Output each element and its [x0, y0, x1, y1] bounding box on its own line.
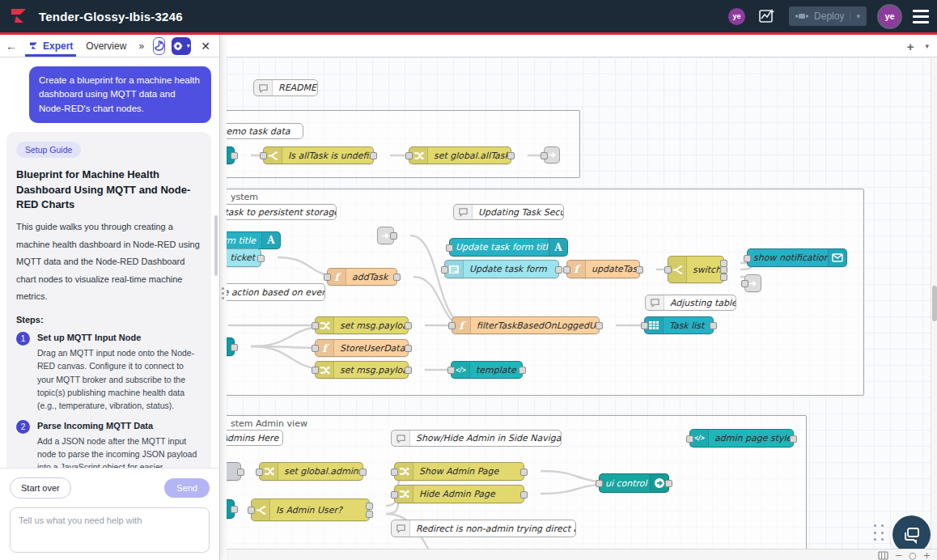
output-port[interactable] — [636, 266, 643, 274]
close-panel-button[interactable]: ✕ — [197, 40, 214, 53]
stub-inject-3[interactable] — [227, 499, 235, 519]
output-port[interactable] — [231, 152, 238, 159]
function-updatetask[interactable]: fupdateTask — [566, 260, 640, 278]
input-port[interactable] — [391, 491, 398, 498]
change-set-msg-payload-1[interactable]: set msg.payload — [315, 316, 409, 334]
deploy-button[interactable]: Deploy ▾ — [789, 6, 867, 26]
send-button[interactable]: Send — [164, 478, 210, 498]
assistant-chat-button[interactable] — [892, 515, 931, 549]
tab-overview[interactable]: Overview — [83, 35, 129, 57]
comment-admins-here[interactable]: Add Admins Here — [227, 430, 283, 446]
output-port[interactable] — [405, 367, 412, 374]
input-port[interactable] — [596, 480, 603, 487]
input-port[interactable] — [448, 322, 456, 329]
input-port[interactable] — [312, 367, 319, 374]
comment-action-based-on-event[interactable]: Take action based on event — [227, 283, 325, 301]
more-tabs-chevrons[interactable]: » — [136, 40, 146, 52]
output-port[interactable] — [393, 274, 401, 281]
output-port[interactable] — [596, 322, 603, 329]
input-port[interactable] — [664, 266, 672, 274]
link-node-2[interactable] — [377, 227, 394, 244]
settings-dropdown-button[interactable]: ▾ — [172, 37, 191, 55]
template-template[interactable]: </>template — [451, 361, 523, 379]
switch-is-admin-user[interactable]: Is Admin User? — [251, 498, 370, 521]
link-out-3[interactable] — [744, 274, 761, 292]
output-port[interactable] — [359, 469, 367, 476]
minimap-icon[interactable] — [878, 551, 888, 560]
assistant-conversation[interactable]: Create a blueprint for a machine health … — [0, 57, 219, 468]
output-port[interactable] — [720, 274, 727, 281]
function-filtertask[interactable]: ffilterTaskBasedOnLoggedUser — [452, 316, 600, 334]
comment-adjusting-table[interactable]: Adjusting table — [645, 295, 736, 311]
avatar-small[interactable]: ye — [728, 8, 745, 25]
comment-readme[interactable]: README — [253, 79, 318, 96]
output-port[interactable] — [390, 232, 397, 240]
output-port[interactable] — [405, 322, 412, 329]
output-port[interactable] — [366, 511, 373, 518]
input-port[interactable] — [391, 469, 398, 476]
output-port[interactable] — [237, 469, 244, 476]
change-show-admin-page[interactable]: Show Admin Page — [394, 462, 524, 481]
back-button[interactable]: ← — [6, 40, 17, 53]
form-update-task-form[interactable]: Update task form — [444, 260, 559, 278]
output-port[interactable] — [366, 503, 373, 510]
comment-save-task-storage[interactable]: Save task to persistent storage — [227, 204, 337, 220]
avatar-large[interactable]: ye — [879, 6, 901, 28]
output-port[interactable] — [405, 345, 412, 352]
ui-text-update-task-form-title[interactable]: Update task form titleA — [449, 238, 568, 257]
switch-switch[interactable]: switch — [668, 256, 724, 283]
output-port[interactable] — [507, 152, 515, 159]
ui-control[interactable]: ui control — [599, 473, 669, 493]
input-port[interactable] — [441, 266, 448, 274]
input-port[interactable] — [312, 322, 319, 329]
input-port[interactable] — [741, 280, 748, 287]
comment-redirect-non-admin[interactable]: Redirect is non-admin trying direct acce… — [391, 520, 576, 537]
change-set-global-admins[interactable]: set global.admins — [259, 462, 363, 481]
input-port[interactable] — [686, 435, 693, 443]
input-port[interactable] — [641, 322, 648, 329]
input-port[interactable] — [446, 244, 453, 252]
function-addtask[interactable]: faddTask — [327, 268, 397, 286]
start-over-button[interactable]: Start over — [10, 477, 71, 498]
link-out-1[interactable] — [544, 146, 560, 163]
input-port[interactable] — [447, 367, 455, 374]
panel-resize-gutter[interactable] — [220, 35, 227, 560]
change-set-global-alltask[interactable]: set global.allTask — [409, 146, 511, 164]
input-port[interactable] — [260, 152, 267, 159]
ui-show-notification[interactable]: show notification — [747, 248, 847, 267]
change-set-msg-payload-2[interactable]: set msg.payload — [315, 361, 409, 379]
chart-view-button[interactable] — [153, 37, 165, 55]
comment-show-hide-admin[interactable]: Show/Hide Admin in Side Navigation — [391, 430, 562, 447]
stub-inject-1[interactable] — [227, 146, 235, 164]
zoom-out-button[interactable]: − — [895, 551, 902, 560]
input-port[interactable] — [312, 345, 319, 352]
help-input[interactable] — [10, 507, 210, 553]
scrollbar-thumb[interactable] — [932, 286, 937, 321]
output-port[interactable] — [790, 435, 797, 443]
input-port[interactable] — [563, 266, 570, 274]
change-hide-admin-page[interactable]: Hide Admin Page — [394, 485, 524, 503]
comment-updating-task-securely[interactable]: Updating Task Securely — [453, 204, 564, 220]
output-port[interactable] — [720, 266, 727, 274]
main-menu-icon[interactable] — [913, 10, 929, 23]
ai-canvas-icon[interactable] — [757, 6, 777, 26]
stub-hub-2[interactable] — [227, 337, 235, 356]
output-port[interactable] — [710, 322, 717, 329]
output-port[interactable] — [520, 491, 528, 498]
add-flow-button[interactable]: + — [907, 40, 914, 53]
comment-demo-task-data[interactable]: Demo task data — [227, 123, 303, 139]
output-port[interactable] — [231, 344, 238, 351]
input-port[interactable] — [248, 507, 255, 514]
output-port[interactable] — [520, 469, 528, 476]
function-storeuserdata[interactable]: fStoreUserData — [315, 339, 409, 357]
ui-text-form-title-stub[interactable]: Update task form titleA — [227, 231, 281, 249]
stub-gray-3[interactable] — [227, 462, 241, 481]
panel-scrollbar-thumb[interactable] — [214, 215, 218, 276]
input-port[interactable] — [405, 152, 413, 159]
group-demo-task-data[interactable] — [227, 110, 580, 178]
deploy-chevron-icon[interactable]: ▾ — [850, 12, 860, 20]
input-port[interactable] — [744, 255, 751, 262]
flow-canvas[interactable]: ystemstem Admin viewREADMEDemo task data… — [227, 57, 931, 549]
canvas-vertical-scrollbar[interactable] — [931, 57, 937, 549]
output-port[interactable] — [370, 152, 377, 159]
